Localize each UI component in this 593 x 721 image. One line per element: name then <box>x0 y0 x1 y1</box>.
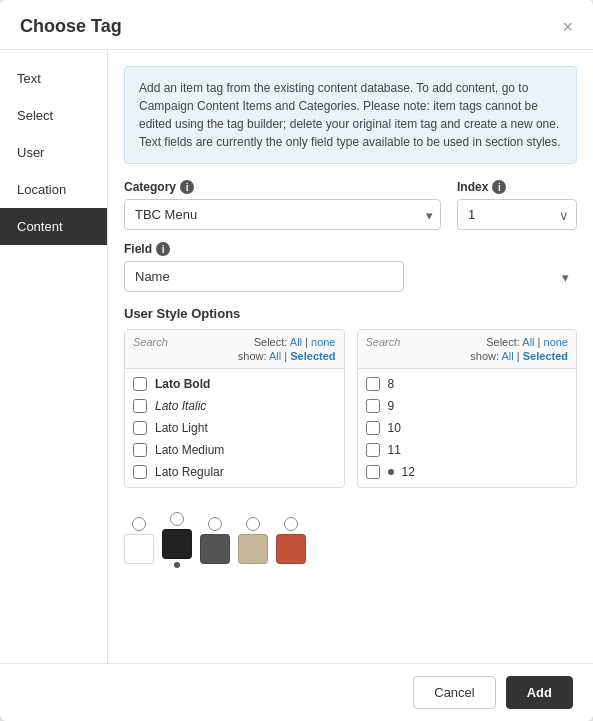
index-group: Index i 1 ∨ <box>457 180 577 230</box>
sizes-show-all-link[interactable]: All <box>502 350 514 362</box>
modal-header: Choose Tag × <box>0 0 593 50</box>
index-info-icon[interactable]: i <box>492 180 506 194</box>
color-dark-gray[interactable] <box>200 534 230 564</box>
fonts-show-links: show: All | Selected <box>238 350 336 362</box>
color-black[interactable] <box>162 529 192 559</box>
index-select-wrapper: 1 ∨ <box>457 199 577 230</box>
sizes-select-links: Select: All | none <box>486 336 568 348</box>
fonts-panel-header: Search Select: All | none show: <box>125 330 344 369</box>
sizes-select-label: Select: <box>486 336 522 348</box>
sizes-header-top: Search Select: All | none <box>366 336 569 348</box>
index-select[interactable]: 1 <box>457 199 577 230</box>
sidebar-item-user[interactable]: User <box>0 134 107 171</box>
size-10-label: 10 <box>388 421 401 435</box>
lato-bold-checkbox[interactable] <box>133 377 147 391</box>
size-10-checkbox[interactable] <box>366 421 380 435</box>
fonts-show-label: show: <box>238 350 269 362</box>
choose-tag-modal: Choose Tag × TextSelectUserLocationConte… <box>0 0 593 721</box>
color-swatch-white <box>124 517 154 564</box>
field-arrow-icon: ▾ <box>562 269 569 284</box>
modal-title: Choose Tag <box>20 16 122 37</box>
size-12-label: 12 <box>402 465 415 479</box>
category-label: Category i <box>124 180 441 194</box>
list-item: Lato Medium <box>125 439 344 461</box>
fonts-all-link[interactable]: All <box>290 336 302 348</box>
list-item: Lato Italic <box>125 395 344 417</box>
category-index-row: Category i TBC Menu ▾ Index i <box>124 180 577 230</box>
sidebar-item-text[interactable]: Text <box>0 60 107 97</box>
color-rust[interactable] <box>276 534 306 564</box>
color-radio-white[interactable] <box>132 517 146 531</box>
list-item: 12 <box>358 461 577 483</box>
color-swatch-black <box>162 512 192 568</box>
sizes-panel-body: 8 9 10 11 <box>358 369 577 487</box>
size-12-dot <box>388 469 394 475</box>
color-selected-dot <box>174 562 180 568</box>
size-9-label: 9 <box>388 399 395 413</box>
fonts-panel-body: Lato Bold Lato Italic Lato Light La <box>125 369 344 487</box>
field-label: Field i <box>124 242 577 256</box>
fonts-show-all-link[interactable]: All <box>269 350 281 362</box>
lato-medium-label: Lato Medium <box>155 443 224 457</box>
size-11-checkbox[interactable] <box>366 443 380 457</box>
size-12-checkbox[interactable] <box>366 465 380 479</box>
color-radio-black[interactable] <box>170 512 184 526</box>
sidebar-item-content[interactable]: Content <box>0 208 107 245</box>
list-item: 8 <box>358 373 577 395</box>
field-group: Field i Name ▾ <box>124 242 577 292</box>
sidebar: TextSelectUserLocationContent <box>0 50 108 663</box>
sizes-search-label: Search <box>366 336 401 348</box>
list-item: Lato Light <box>125 417 344 439</box>
list-item: Lato Bold <box>125 373 344 395</box>
sidebar-item-location[interactable]: Location <box>0 171 107 208</box>
lato-light-checkbox[interactable] <box>133 421 147 435</box>
lato-regular-checkbox[interactable] <box>133 465 147 479</box>
lato-italic-label: Lato Italic <box>155 399 206 413</box>
color-swatch-dark-gray <box>200 517 230 564</box>
main-content: Add an item tag from the existing conten… <box>108 50 593 663</box>
color-radio-rust[interactable] <box>284 517 298 531</box>
list-item: Lato Regular <box>125 461 344 483</box>
sizes-all-link[interactable]: All <box>522 336 534 348</box>
sizes-show-selected-link[interactable]: Selected <box>523 350 568 362</box>
color-white[interactable] <box>124 534 154 564</box>
sizes-show-links: show: All | Selected <box>470 350 568 362</box>
size-11-label: 11 <box>388 443 401 457</box>
color-radio-dark-gray[interactable] <box>208 517 222 531</box>
category-info-icon[interactable]: i <box>180 180 194 194</box>
style-options-row: Search Select: All | none show: <box>124 329 577 488</box>
lato-bold-label: Lato Bold <box>155 377 210 391</box>
fonts-select-links: Select: All | none <box>254 336 336 348</box>
add-button[interactable]: Add <box>506 676 573 709</box>
fonts-search-label: Search <box>133 336 168 348</box>
size-8-checkbox[interactable] <box>366 377 380 391</box>
sizes-panel-header: Search Select: All | none show: <box>358 330 577 369</box>
close-button[interactable]: × <box>562 18 573 36</box>
fonts-none-link[interactable]: none <box>311 336 335 348</box>
size-9-checkbox[interactable] <box>366 399 380 413</box>
sizes-none-link[interactable]: none <box>544 336 568 348</box>
sidebar-item-select[interactable]: Select <box>0 97 107 134</box>
category-group: Category i TBC Menu ▾ <box>124 180 441 230</box>
sizes-header-bottom: show: All | Selected <box>366 350 569 362</box>
lato-medium-checkbox[interactable] <box>133 443 147 457</box>
lato-regular-label: Lato Regular <box>155 465 224 479</box>
field-select[interactable]: Name <box>124 261 404 292</box>
cancel-button[interactable]: Cancel <box>413 676 495 709</box>
fonts-header-top: Search Select: All | none <box>133 336 336 348</box>
color-tan[interactable] <box>238 534 268 564</box>
list-item: 10 <box>358 417 577 439</box>
fonts-show-selected-link[interactable]: Selected <box>290 350 335 362</box>
category-select[interactable]: TBC Menu <box>124 199 441 230</box>
modal-footer: Cancel Add <box>0 663 593 721</box>
lato-italic-checkbox[interactable] <box>133 399 147 413</box>
category-select-wrapper: TBC Menu ▾ <box>124 199 441 230</box>
user-style-options-title: User Style Options <box>124 306 577 321</box>
field-info-icon[interactable]: i <box>156 242 170 256</box>
color-radio-tan[interactable] <box>246 517 260 531</box>
field-select-wrapper: Name ▾ <box>124 261 577 292</box>
colors-row <box>124 504 577 576</box>
fonts-select-label: Select: <box>254 336 290 348</box>
info-box: Add an item tag from the existing conten… <box>124 66 577 164</box>
list-item: 9 <box>358 395 577 417</box>
